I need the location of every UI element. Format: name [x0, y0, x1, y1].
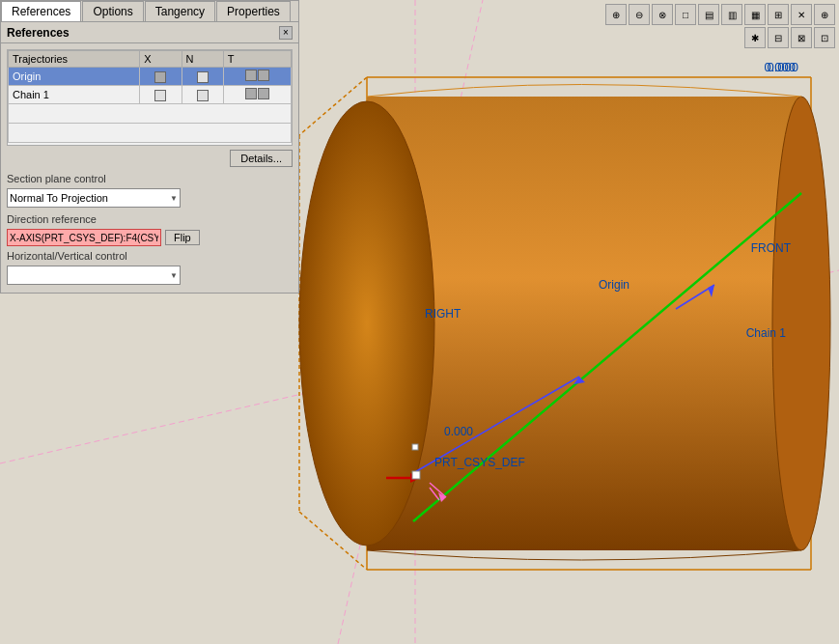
tab-options[interactable]: Options	[82, 1, 143, 21]
cb-t1	[245, 70, 257, 81]
trajectories-table: Trajectories X N T Origin	[8, 50, 292, 143]
dropdown-arrow-1: ▼	[170, 194, 178, 203]
label-zero-top-2: 0.000	[767, 60, 798, 74]
traj-chain1-x[interactable]	[140, 86, 182, 104]
zoom-out-btn[interactable]: ⊖	[629, 4, 650, 25]
checkbox-x-chain1	[154, 90, 166, 101]
label-chain1: Chain 1	[746, 326, 786, 340]
view-btn-4[interactable]: ▦	[744, 4, 766, 25]
view-btn-9[interactable]: ⊟	[768, 27, 789, 48]
traj-origin-n[interactable]	[182, 68, 223, 86]
label-zero-bottom: 0.000	[444, 425, 473, 438]
view-btn-11[interactable]: ⊡	[814, 27, 835, 48]
table-row[interactable]: Origin	[9, 68, 292, 86]
section-plane-label: Section plane control	[7, 171, 293, 186]
table-row-empty-2	[9, 124, 292, 143]
checkbox-n-chain1	[197, 90, 209, 101]
view-btn-8[interactable]: ✱	[744, 27, 766, 48]
cb-t3	[245, 88, 257, 99]
panel-title-bar: References ×	[1, 22, 298, 43]
viewport-toolbar: ⊕ ⊖ ⊗ □ ▤ ▥ ▦ ⊞ ✕ ⊕ ✱ ⊟ ⊠ ⊡	[603, 4, 835, 48]
hv-label: Horizontal/Vertical control	[7, 248, 293, 264]
zoom-fit-btn[interactable]: ⊗	[652, 4, 673, 25]
direction-ref-row: Flip	[7, 229, 293, 246]
panel-content: Trajectories X N T Origin	[1, 43, 298, 293]
checkbox-x-origin	[154, 71, 166, 83]
checkbox-t-chain1	[245, 88, 269, 99]
traj-origin-name: Origin	[9, 68, 140, 86]
zoom-in-btn[interactable]: ⊕	[605, 4, 627, 25]
view-btn-6[interactable]: ✕	[791, 4, 812, 25]
label-origin: Origin	[599, 278, 629, 292]
label-right: RIGHT	[425, 307, 461, 321]
cb-t4	[258, 88, 269, 99]
checkbox-t-origin	[245, 70, 269, 81]
panel-title: References	[7, 26, 70, 40]
table-row-empty-1	[9, 104, 292, 124]
details-button[interactable]: Details...	[230, 150, 293, 167]
view-btn-5[interactable]: ⊞	[768, 4, 789, 25]
col-trajectories: Trajectories	[9, 51, 140, 68]
tab-tangency[interactable]: Tangency	[145, 1, 215, 21]
view-btn-3[interactable]: ▥	[721, 4, 742, 25]
svg-rect-25	[412, 444, 418, 450]
view-btn-1[interactable]: □	[675, 4, 696, 25]
col-n: N	[182, 51, 223, 68]
trajectories-container: Trajectories X N T Origin	[7, 49, 293, 146]
section-plane-value: Normal To Projection	[10, 192, 108, 204]
hv-dropdown[interactable]: ▼	[7, 266, 181, 285]
direction-ref-input[interactable]	[7, 229, 161, 246]
checkbox-n-origin	[197, 71, 209, 83]
traj-chain1-n[interactable]	[182, 86, 223, 104]
svg-rect-24	[412, 471, 420, 479]
close-button[interactable]: ×	[279, 26, 293, 40]
label-prt-csys: PRT_CSYS_DEF	[434, 456, 525, 469]
tab-references[interactable]: References	[1, 1, 81, 21]
flip-button[interactable]: Flip	[165, 230, 200, 245]
references-panel: References Options Tangency Properties R…	[0, 0, 299, 294]
traj-chain1-name: Chain 1	[9, 86, 140, 104]
view-btn-2[interactable]: ▤	[698, 4, 719, 25]
label-front: FRONT	[751, 241, 791, 255]
view-btn-7[interactable]: ⊕	[814, 4, 835, 25]
panel-tab-bar: References Options Tangency Properties	[1, 1, 298, 22]
section-plane-dropdown[interactable]: Normal To Projection ▼	[7, 188, 181, 208]
view-btn-10[interactable]: ⊠	[791, 27, 812, 48]
dropdown-arrow-2: ▼	[170, 271, 178, 280]
col-t: T	[223, 51, 291, 68]
col-x: X	[140, 51, 182, 68]
traj-origin-x[interactable]	[140, 68, 182, 86]
tab-properties[interactable]: Properties	[216, 1, 291, 21]
traj-chain1-t[interactable]	[223, 86, 291, 104]
cb-t2	[258, 70, 269, 81]
traj-origin-t[interactable]	[223, 68, 291, 86]
svg-point-12	[772, 97, 830, 550]
table-row[interactable]: Chain 1	[9, 86, 292, 104]
direction-ref-label: Direction reference	[7, 211, 293, 227]
